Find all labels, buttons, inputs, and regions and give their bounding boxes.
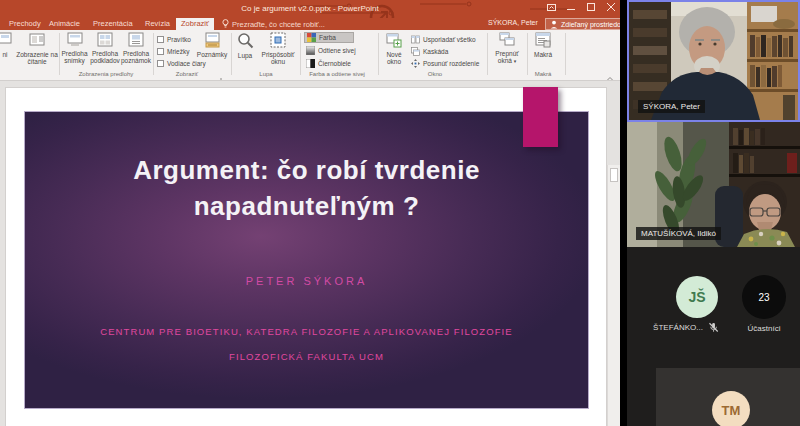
grayscale-button[interactable]: Odtiene sivej (304, 45, 366, 56)
group-separator (153, 33, 154, 75)
tab-revizia[interactable]: Revízia (140, 18, 175, 30)
video-tile-sykora[interactable]: SÝKORA, Peter (627, 0, 800, 122)
black-white-button[interactable]: Čiernobiele (304, 58, 364, 69)
tab-zobrazit-active[interactable]: Zobraziť (176, 18, 214, 30)
group-separator (59, 33, 60, 75)
group-label-master-views: Zobrazenia predlohy (61, 71, 151, 80)
video-name-label: SÝKORA, Peter (638, 100, 705, 113)
color-button-selected[interactable]: Farba (304, 32, 354, 43)
new-window-icon (381, 32, 407, 50)
group-label-show: Zobraziť (157, 71, 217, 80)
tab-prezentacia[interactable]: Prezentácia (88, 18, 138, 30)
macros-icon (529, 32, 557, 50)
person-icon (550, 20, 558, 29)
notes-page-view-button-partial[interactable]: ni (0, 32, 16, 74)
macros-button[interactable]: Makrá (529, 32, 557, 74)
ribbon: ni Zobrazenie na čítanie Predloha snímky (0, 30, 620, 81)
arrange-all-icon (411, 35, 420, 44)
slide[interactable]: Argument: čo robí tvrdenie napadnuteľným… (5, 87, 607, 426)
window-controls (544, 0, 618, 14)
group-separator (378, 33, 379, 75)
window-title: Co je argument v2.0.pptx - PowerPoint (120, 4, 500, 13)
slide-author[interactable]: PETER SÝKORA (25, 275, 588, 287)
reading-view-button[interactable]: Zobrazenie na čítanie (16, 32, 58, 74)
participant-name: ŠTEFÁNKO... (653, 323, 703, 332)
magnifier-icon (233, 32, 257, 51)
notes-button[interactable]: Poznámky (196, 32, 228, 74)
group-separator (300, 33, 301, 75)
notes-master-icon (121, 32, 151, 49)
black-white-icon (306, 59, 315, 68)
show-group-dialog-launcher[interactable] (220, 70, 228, 78)
participants-label: Účastníci (734, 324, 794, 333)
group-separator (565, 33, 566, 75)
ribbon-tab-row: Prechody Animácie Prezentácia Revízia Zo… (0, 18, 620, 30)
slide-affiliation[interactable]: CENTRUM PRE BIOETIKU, KATEDRA FILOZOFIE … (25, 319, 588, 369)
avatar-tile-tm[interactable]: TM (656, 368, 800, 426)
participant-name-row: ŠTEFÁNKO... (635, 322, 737, 333)
vertical-scrollbar[interactable] (607, 165, 620, 426)
tab-animacie[interactable]: Animácie (44, 18, 85, 30)
notes-icon (196, 32, 228, 50)
arrange-all-button[interactable]: Usporiadať všetko (409, 34, 481, 45)
grid-checkbox-row[interactable]: Mriežky (157, 46, 189, 56)
group-label-window: Okno (400, 71, 470, 80)
switch-windows-button[interactable]: Prepnúť okná ▾ (489, 32, 525, 74)
handout-master-icon (90, 32, 120, 49)
fit-to-window-icon (258, 32, 298, 50)
slide-accent-rectangle (523, 87, 558, 147)
group-separator (231, 33, 232, 75)
mic-muted-icon (708, 322, 719, 333)
move-split-icon (411, 59, 420, 68)
group-label-color: Farba a odtiene sivej (300, 71, 374, 80)
maximize-button[interactable] (584, 1, 598, 13)
participants-count-circle[interactable]: 23 (742, 275, 786, 319)
video-tile-matusikova[interactable]: MATUŠÍKOVÁ, Ildikó (627, 122, 800, 247)
video-name-label: MATUŠÍKOVÁ, Ildikó (636, 227, 721, 240)
reading-view-icon (16, 32, 58, 50)
group-label-zoom: Lupa (240, 71, 292, 80)
screen: Co je argument v2.0.pptx - PowerPoint Pr… (0, 0, 800, 426)
lightbulb-icon (222, 19, 229, 29)
slide-master-button[interactable]: Predloha snímky (61, 32, 88, 74)
ruler-checkbox-row[interactable]: Pravítko (157, 34, 191, 44)
dropdown-arrow-icon: ▾ (514, 58, 517, 64)
cascade-icon (411, 47, 420, 56)
handout-master-button[interactable]: Predloha podkladov (90, 32, 120, 74)
grid-checkbox[interactable] (157, 48, 164, 55)
notes-master-button[interactable]: Predloha poznámok (121, 32, 151, 74)
zoom-button[interactable]: Lupa (233, 32, 257, 74)
fit-to-window-button[interactable]: Prispôsobiť oknu (258, 32, 298, 74)
avatar-tm: TM (712, 391, 750, 426)
avatar-stefanko[interactable]: JŠ (676, 276, 718, 318)
account-name[interactable]: SÝKORA, Peter (488, 19, 538, 26)
grayscale-icon (306, 46, 315, 55)
slide-canvas: Argument: čo robí tvrdenie napadnuteľným… (0, 81, 620, 426)
scrollbar-thumb[interactable] (610, 168, 618, 182)
minimize-button[interactable] (564, 1, 578, 13)
group-separator (487, 33, 488, 75)
share-resource-button[interactable]: Zdieľaný prostriedok (545, 18, 620, 30)
slide-title[interactable]: Argument: čo robí tvrdenie napadnuteľným… (25, 152, 588, 224)
move-split-button[interactable]: Posunúť rozdelenie (409, 58, 485, 69)
new-window-button[interactable]: Nové okno (381, 32, 407, 74)
slide-master-icon (61, 32, 88, 49)
color-icon (307, 33, 316, 42)
meeting-sidebar: SÝKORA, Peter (627, 0, 800, 426)
close-button[interactable] (604, 1, 618, 13)
tab-prechody[interactable]: Prechody (4, 18, 46, 30)
tell-me-search[interactable]: Prezraďte, čo chcete robiť... (222, 18, 325, 30)
powerpoint-window: Co je argument v2.0.pptx - PowerPoint Pr… (0, 0, 620, 426)
cascade-button[interactable]: Kaskáda (409, 46, 461, 57)
group-label-macros: Makrá (524, 71, 562, 80)
titlebar: Co je argument v2.0.pptx - PowerPoint (0, 0, 620, 18)
group-separator (527, 33, 528, 75)
guides-checkbox[interactable] (157, 60, 164, 67)
slide-background-shape: Argument: čo robí tvrdenie napadnuteľným… (25, 112, 588, 408)
switch-windows-icon (489, 32, 525, 49)
ruler-checkbox[interactable] (157, 36, 164, 43)
notes-page-view-icon (0, 32, 16, 50)
ribbon-display-options-icon[interactable] (544, 1, 558, 13)
collapse-ribbon-icon[interactable] (606, 68, 614, 81)
